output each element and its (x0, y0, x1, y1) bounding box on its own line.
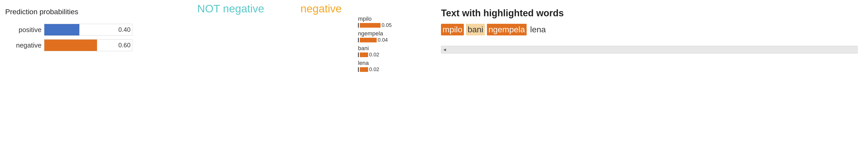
word-bar-axis-line (358, 52, 359, 57)
word-bar-row: 0.02 (358, 52, 426, 58)
word-bar-value: 0.02 (369, 52, 379, 58)
word-bar-axis-line (358, 23, 359, 28)
highlighted-word: bani (466, 24, 485, 35)
word-bar-row: 0.04 (358, 37, 426, 43)
prob-row: positive0.40 (10, 24, 166, 36)
highlighted-word: lena (529, 24, 548, 35)
word-bar-fill (360, 67, 368, 72)
prediction-section: Prediction probabilities positive0.40neg… (0, 0, 171, 59)
word-bar-label: mpilo (358, 15, 426, 22)
word-bar-label: lena (358, 60, 426, 67)
prob-bar-fill (44, 24, 80, 35)
word-bar-value: 0.04 (378, 37, 388, 43)
word-bar-axis-line (358, 67, 359, 72)
prob-bar-fill (44, 40, 97, 51)
prob-label: negative (10, 41, 41, 49)
prob-value: 0.40 (118, 26, 130, 33)
text-section-title: Text with highlighted words (441, 8, 858, 18)
word-bar-label: bani (358, 45, 426, 52)
negative-header: negative (301, 3, 342, 15)
header-labels: NOT negative negative (177, 3, 342, 15)
prob-bar-container: 0.60 (44, 39, 132, 51)
word-bar-row: 0.02 (358, 67, 426, 72)
word-bar-value: 0.02 (369, 67, 379, 72)
not-negative-header: NOT negative (197, 3, 264, 15)
prob-label: positive (10, 26, 41, 34)
scrollbar[interactable]: ◄ (441, 46, 858, 53)
prob-row: negative0.60 (10, 39, 166, 51)
highlighted-text-container: mpilobaningempelalena (441, 24, 858, 35)
word-bar-item: ngempela0.04 (358, 30, 426, 43)
word-bar-row: 0.05 (358, 22, 426, 28)
probability-table: positive0.40negative0.60 (10, 24, 166, 51)
prob-value: 0.60 (118, 42, 130, 49)
word-importance-section: mpilo0.05ngempela0.04bani0.02lena0.02 (353, 0, 431, 77)
word-bar-item: bani0.02 (358, 45, 426, 58)
word-bar-item: mpilo0.05 (358, 15, 426, 28)
word-bar-fill (360, 52, 368, 57)
text-highlight-section: Text with highlighted words mpilobaninge… (431, 0, 868, 61)
word-bar-value: 0.05 (381, 22, 392, 28)
word-bar-item: lena0.02 (358, 60, 426, 72)
prediction-title: Prediction probabilities (5, 8, 166, 16)
class-headers-section: NOT negative negative (171, 0, 353, 25)
scrollbar-left-arrow[interactable]: ◄ (442, 47, 447, 52)
word-bar-label: ngempela (358, 30, 426, 37)
highlighted-word: mpilo (441, 24, 464, 35)
word-bar-axis-line (358, 38, 359, 42)
word-bar-fill (360, 23, 380, 28)
prob-bar-container: 0.40 (44, 24, 132, 36)
highlighted-word: ngempela (487, 24, 527, 35)
word-bar-fill (360, 38, 377, 42)
